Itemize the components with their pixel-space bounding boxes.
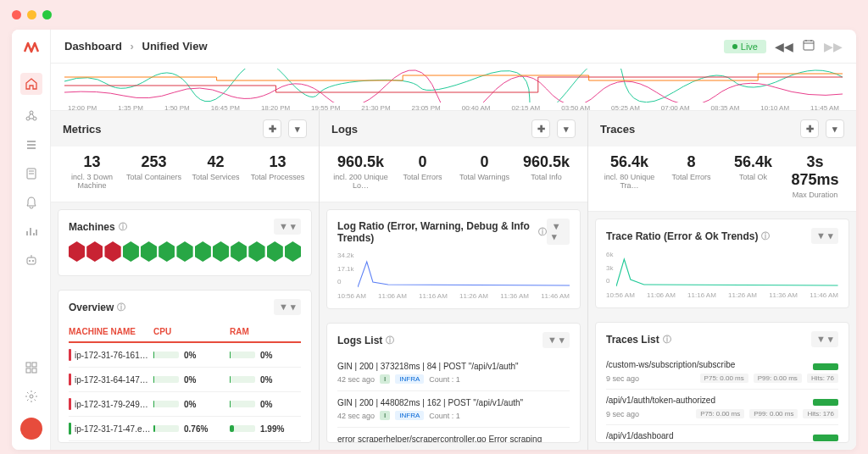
overview-filter[interactable]: ▼ ▾ <box>274 299 301 315</box>
log-item[interactable]: error scraperhelper/scrapercontroller.go… <box>337 428 570 443</box>
metrics-panel: Metrics ✚ ▾ 13incl. 3 Down Machine 253To… <box>51 111 320 450</box>
table-row[interactable]: ip-172-31-71-47.e… 0.76% 1.99% <box>69 417 301 441</box>
logs-list-filter[interactable]: ▼ ▾ <box>542 332 570 348</box>
logs-stats: 960.5kincl. 200 Unique Lo… 0Total Errors… <box>320 147 587 202</box>
topbar: Dashboard › Unified View Live ◀◀ ▶▶ <box>51 30 856 64</box>
overview-title: Overview <box>69 302 114 313</box>
nav-bot-icon[interactable] <box>24 252 39 268</box>
sidebar <box>12 30 51 450</box>
log-item[interactable]: GIN | 200 | 448082ms | 162 | POST "/api/… <box>337 391 570 428</box>
machines-title: Machines <box>69 221 115 233</box>
traces-menu-button[interactable]: ▾ <box>826 119 844 138</box>
machines-hex-row <box>69 241 301 262</box>
log-ratio-card: Log Ratio (Error, Warning, Debug & Info … <box>326 209 581 309</box>
live-badge[interactable]: Live <box>724 40 766 53</box>
table-row[interactable]: ip-172-31-79-249… 0% 0% <box>69 392 301 417</box>
nav-analytics-icon[interactable] <box>24 224 39 239</box>
machines-filter[interactable]: ▼ ▾ <box>274 219 301 235</box>
machine-hex[interactable] <box>141 241 157 262</box>
nav-bell-icon[interactable] <box>24 195 39 210</box>
overview-table-header: MACHINE NAME CPU RAM <box>69 322 301 343</box>
app-window: Dashboard › Unified View Live ◀◀ ▶▶ <box>12 30 856 450</box>
macos-window-controls <box>0 0 868 30</box>
svg-rect-12 <box>804 41 814 50</box>
logs-list-title: Logs List <box>337 335 382 346</box>
info-icon[interactable]: ⓘ <box>538 226 547 238</box>
machine-hex[interactable] <box>69 241 85 262</box>
nav-cluster-icon[interactable] <box>24 108 39 124</box>
main-content: Dashboard › Unified View Live ◀◀ ▶▶ <box>51 30 856 450</box>
traces-title: Traces <box>600 123 635 136</box>
maximize-window[interactable] <box>42 10 52 19</box>
info-icon[interactable]: ⓘ <box>119 221 127 233</box>
nav-home-icon[interactable] <box>20 73 42 95</box>
log-ratio-title: Log Ratio (Error, Warning, Debug & Info … <box>337 220 535 244</box>
machine-hex[interactable] <box>159 241 175 262</box>
svg-point-5 <box>29 260 31 262</box>
machine-hex[interactable] <box>231 241 247 262</box>
traces-add-button[interactable]: ✚ <box>800 119 819 138</box>
trace-item[interactable]: /custom-ws/subscription/subscribe 9 sec … <box>606 354 838 390</box>
svg-point-1 <box>26 117 30 120</box>
breadcrumb-sep: › <box>131 40 134 53</box>
svg-rect-7 <box>26 363 31 367</box>
nav-document-icon[interactable] <box>24 166 39 181</box>
nav-apps-icon[interactable] <box>24 360 39 375</box>
minimize-window[interactable] <box>27 10 36 19</box>
svg-rect-8 <box>32 363 36 367</box>
traces-panel: Traces ✚ ▾ 56.4kincl. 80 Unique Tra… 8To… <box>588 111 856 450</box>
overview-spark-chart[interactable]: 12:00 PM1:35 PM1:50 PM16:45 PM18:20 PM19… <box>51 64 856 111</box>
traces-list-card: Traces List ⓘ ▼ ▾ /custom-ws/subscriptio… <box>595 322 849 443</box>
close-window[interactable] <box>12 10 21 19</box>
log-item[interactable]: GIN | 200 | 373218ms | 84 | POST "/api/v… <box>337 355 570 391</box>
metrics-add-button[interactable]: ✚ <box>263 119 281 138</box>
logs-list-card: Logs List ⓘ ▼ ▾ GIN | 200 | 373218ms | 8… <box>326 323 581 443</box>
breadcrumb-page[interactable]: Unified View <box>142 40 208 53</box>
panels-row: Metrics ✚ ▾ 13incl. 3 Down Machine 253To… <box>51 111 856 450</box>
logs-menu-button[interactable]: ▾ <box>557 119 576 138</box>
log-ratio-filter[interactable]: ▼ ▾ <box>547 219 570 245</box>
breadcrumb: Dashboard › Unified View <box>64 40 208 53</box>
trace-ratio-title: Trace Ratio (Error & Ok Trends) <box>606 230 758 242</box>
nav-settings-icon[interactable] <box>24 389 39 404</box>
svg-rect-4 <box>27 257 36 264</box>
machine-hex[interactable] <box>176 241 192 262</box>
metrics-stats: 13incl. 3 Down Machine 253Total Containe… <box>51 147 319 202</box>
traces-list-filter[interactable]: ▼ ▾ <box>811 331 838 347</box>
trace-ratio-filter[interactable]: ▼ ▾ <box>811 228 838 244</box>
forward-icon[interactable]: ▶▶ <box>824 40 843 53</box>
table-row[interactable]: ip-172-31-65-75… 30.26% 7.76% <box>69 441 301 443</box>
nav-layers-icon[interactable] <box>24 137 39 152</box>
rewind-icon[interactable]: ◀◀ <box>775 40 793 53</box>
info-icon[interactable]: ⓘ <box>386 335 394 346</box>
info-icon[interactable]: ⓘ <box>117 302 125 313</box>
trace-ratio-card: Trace Ratio (Error & Ok Trends) ⓘ ▼ ▾ 6k… <box>595 219 849 308</box>
traces-list-title: Traces List <box>606 334 659 346</box>
svg-point-2 <box>33 117 36 120</box>
metrics-menu-button[interactable]: ▾ <box>288 119 307 138</box>
trace-item[interactable]: /api/v1/auth/token-authorized 9 sec agoP… <box>606 390 838 425</box>
machine-hex[interactable] <box>86 241 103 262</box>
calendar-icon[interactable] <box>802 38 815 54</box>
breadcrumb-root[interactable]: Dashboard <box>64 40 122 53</box>
logs-add-button[interactable]: ✚ <box>531 119 550 138</box>
svg-point-6 <box>32 260 34 262</box>
info-icon[interactable]: ⓘ <box>663 334 671 346</box>
machine-hex[interactable] <box>285 241 301 262</box>
traces-stats: 56.4kincl. 80 Unique Tra… 8Total Errors … <box>588 147 856 212</box>
logs-title: Logs <box>331 123 358 136</box>
metrics-title: Metrics <box>63 123 102 136</box>
logo-icon[interactable] <box>24 40 39 59</box>
svg-rect-9 <box>26 368 31 373</box>
machine-hex[interactable] <box>104 241 120 262</box>
table-row[interactable]: ip-172-31-64-147… 0% 0% <box>69 368 301 392</box>
user-avatar[interactable] <box>20 418 42 440</box>
machine-hex[interactable] <box>123 241 139 262</box>
info-icon[interactable]: ⓘ <box>761 230 770 242</box>
trace-item[interactable]: /api/v1/dashboard 10 sec agoP75: 0.00 ms… <box>606 425 838 443</box>
machine-hex[interactable] <box>195 241 211 262</box>
machine-hex[interactable] <box>213 241 229 262</box>
machine-hex[interactable] <box>267 241 283 262</box>
table-row[interactable]: ip-172-31-76-161… 0% 0% <box>69 343 301 368</box>
machine-hex[interactable] <box>248 241 264 262</box>
